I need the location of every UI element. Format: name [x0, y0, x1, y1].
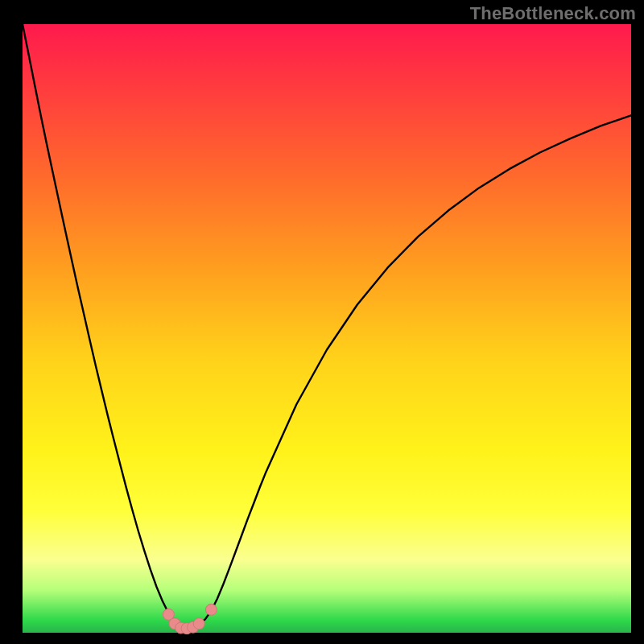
- bottleneck-curve: [23, 24, 631, 633]
- chart-frame: TheBottleneck.com: [0, 0, 644, 644]
- curve-marker: [193, 618, 204, 630]
- plot-area: [23, 24, 631, 633]
- curve-marker: [205, 604, 217, 615]
- watermark-text: TheBottleneck.com: [470, 3, 636, 24]
